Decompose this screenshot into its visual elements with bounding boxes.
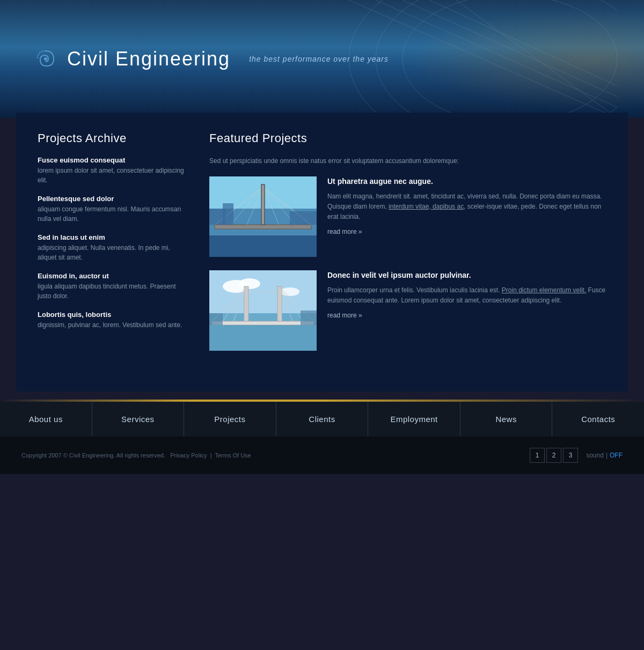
bridge-image-2-icon (209, 270, 317, 351)
svg-point-0 (349, 0, 617, 118)
archive-item-1: Fusce euismod consequat lorem ipsum dolo… (38, 156, 188, 185)
featured-item-1: Ut pharetra augue nec augue. Nam elit ma… (209, 176, 606, 257)
svg-line-3 (349, 0, 617, 118)
featured-projects-title: Featured Projects (209, 131, 606, 145)
site-subtitle: the best performance over the years (249, 55, 389, 63)
page-buttons: 1 2 3 (530, 448, 578, 463)
svg-rect-11 (209, 235, 317, 257)
terms-link[interactable]: Terms Of Use (215, 452, 251, 459)
projects-archive-title: Projects Archive (38, 131, 188, 145)
site-title: Civil Engineering (67, 48, 230, 70)
archive-item-4-title[interactable]: Euismod in, auctor ut (38, 272, 188, 280)
featured-content-2: Donec in velit vel ipsum auctor pulvinar… (327, 270, 606, 351)
nav-item-about-us[interactable]: About us (0, 402, 92, 437)
archive-item-5-title[interactable]: Lobortis quis, lobortis (38, 311, 188, 319)
featured-content-1: Ut pharetra augue nec augue. Nam elit ma… (327, 176, 606, 257)
svg-line-5 (402, 0, 617, 97)
nav-item-employment[interactable]: Employment (368, 402, 460, 437)
logo-spiral-icon (32, 46, 59, 72)
svg-point-1 (376, 0, 617, 118)
svg-rect-12 (215, 225, 311, 229)
archive-item-5-text: dignissim, pulvinar ac, lorem. Vestibulu… (38, 320, 188, 330)
copyright-text: Copyright 2007 © Civil Engineering. All … (21, 452, 165, 459)
archive-item-3-title[interactable]: Sed in lacus ut enim (38, 233, 188, 241)
archive-item-5: Lobortis quis, lobortis dignissim, pulvi… (38, 311, 188, 330)
nav-item-projects[interactable]: Projects (184, 402, 276, 437)
svg-rect-42 (301, 311, 317, 325)
featured-item-2-read-more[interactable]: read more (327, 312, 362, 319)
svg-rect-41 (209, 313, 223, 325)
svg-point-8 (44, 57, 47, 61)
page-button-1[interactable]: 1 (530, 448, 545, 463)
sound-off-button[interactable]: OFF (610, 452, 623, 459)
nav-item-services[interactable]: Services (92, 402, 185, 437)
svg-line-4 (376, 0, 617, 107)
svg-rect-21 (223, 203, 233, 225)
header: Civil Engineering the best performance o… (0, 0, 644, 118)
nav-item-news[interactable]: News (460, 402, 553, 437)
archive-item-4: Euismod in, auctor ut ligula aliquam dap… (38, 272, 188, 301)
svg-point-26 (239, 278, 260, 289)
featured-item-2: Donec in velit vel ipsum auctor pulvinar… (209, 270, 606, 351)
sound-control: sound | OFF (586, 452, 623, 459)
page-button-3[interactable]: 3 (563, 448, 578, 463)
svg-line-7 (456, 0, 617, 118)
privacy-policy-link[interactable]: Privacy Policy (170, 452, 207, 459)
footer-right: 1 2 3 sound | OFF (530, 448, 623, 463)
svg-rect-19 (261, 184, 265, 225)
featured-item-1-read-more[interactable]: read more (327, 228, 362, 235)
footer: Copyright 2007 © Civil Engineering. All … (0, 437, 644, 474)
archive-item-3: Sed in lacus ut enim adipiscing aliquet.… (38, 233, 188, 262)
svg-point-2 (402, 0, 617, 118)
archive-item-2: Pellentesque sed dolor aliquam congue fe… (38, 195, 188, 224)
featured-item-1-title: Ut pharetra augue nec augue. (327, 176, 606, 187)
svg-line-6 (429, 0, 617, 86)
sound-separator: | (606, 452, 608, 459)
featured-intro: Sed ut perspiciatis unde omnis iste natu… (209, 156, 606, 166)
svg-point-27 (280, 287, 299, 296)
archive-item-3-text: adipiscing aliquet. Nulla venenatis. In … (38, 243, 188, 262)
nav-item-clients[interactable]: Clients (276, 402, 369, 437)
featured-item-1-link[interactable]: interdum vitae, dapibus ac (389, 203, 464, 210)
archive-item-1-text: lorem ipsum dolor sit amet, consectetuer… (38, 166, 188, 185)
featured-projects-section: Featured Projects Sed ut perspiciatis un… (209, 131, 606, 370)
featured-image-2 (209, 270, 317, 351)
archive-item-4-text: ligula aliquam dapibus tincidunt metus. … (38, 282, 188, 301)
bridge-image-1-icon (209, 176, 317, 257)
featured-image-1 (209, 176, 317, 257)
main-navigation: About us Services Projects Clients Emplo… (0, 402, 644, 437)
featured-item-1-text: Nam elit magna, hendrerit sit. amet, tin… (327, 191, 606, 223)
main-content: Projects Archive Fusce euismod consequat… (16, 113, 628, 392)
svg-rect-40 (209, 325, 317, 351)
featured-item-2-title: Donec in velit vel ipsum auctor pulvinar… (327, 270, 606, 281)
nav-item-contacts[interactable]: Contacts (552, 402, 644, 437)
archive-item-1-title[interactable]: Fusce euismod consequat (38, 156, 188, 164)
featured-item-2-text: Proin ullamcorper urna et felis. Vestibu… (327, 285, 606, 306)
svg-rect-28 (212, 321, 314, 325)
archive-item-2-title[interactable]: Pellentesque sed dolor (38, 195, 188, 203)
featured-item-2-link[interactable]: Proin dictum elementum velit. (502, 286, 586, 294)
footer-copyright: Copyright 2007 © Civil Engineering. All … (21, 452, 251, 459)
archive-item-2-text: aliquam congue fermentum nisl. Mauris ac… (38, 204, 188, 224)
projects-archive-section: Projects Archive Fusce euismod consequat… (38, 131, 188, 370)
site-logo[interactable]: Civil Engineering the best performance o… (32, 46, 389, 72)
page-button-2[interactable]: 2 (546, 448, 561, 463)
sound-label: sound (586, 452, 604, 459)
svg-rect-22 (290, 211, 317, 225)
